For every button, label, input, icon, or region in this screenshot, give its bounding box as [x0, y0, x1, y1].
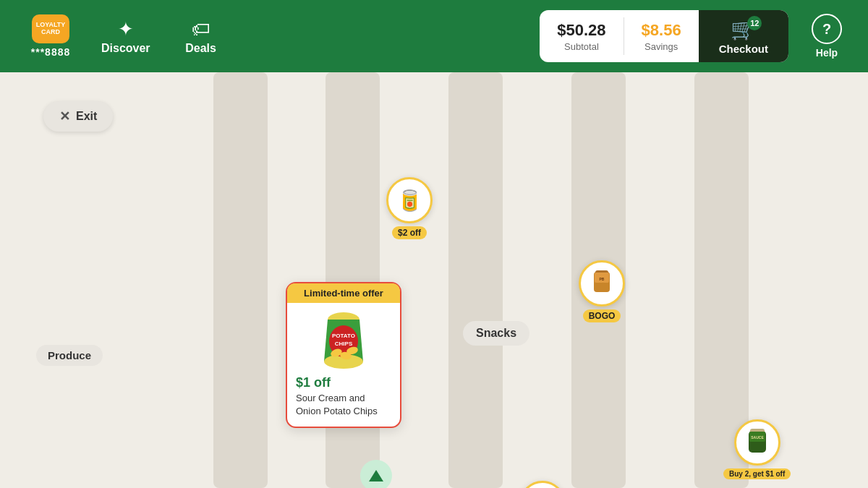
help-label: Help — [816, 47, 838, 59]
loyalty-card-number: ***8888 — [31, 46, 71, 58]
deal-pin-2-circle: PB — [579, 260, 625, 307]
exit-icon: ✕ — [59, 108, 70, 124]
featured-name: Sour Cream and Onion Potato Chips — [287, 392, 400, 427]
discover-icon: ✦ — [118, 18, 134, 40]
savings-amount: $8.56 — [642, 21, 681, 40]
featured-price: $1 off — [287, 375, 400, 392]
loyalty-card-button[interactable]: LOYALTYCARD ***8888 — [14, 14, 87, 58]
cart-badge: 12 — [747, 16, 762, 30]
help-icon: ? — [812, 14, 842, 44]
deal-pin-2-product: PB — [584, 265, 620, 301]
deal-pin-2[interactable]: PB BOGO — [579, 260, 625, 322]
deal-pin-1[interactable]: 🥫 $2 off — [386, 177, 433, 239]
svg-text:PB: PB — [600, 277, 605, 281]
navigation-dot[interactable] — [360, 460, 392, 488]
deal-pin-1-circle: 🥫 — [386, 177, 433, 223]
deal-pin-4-label: Buy 2, get $1 off — [723, 468, 791, 479]
deals-nav[interactable]: 🏷 Deals — [165, 18, 237, 55]
featured-badge: Limited-time offer — [287, 283, 400, 303]
deal-pin-1-product: 🥫 — [391, 182, 427, 218]
discover-label: Discover — [101, 42, 150, 55]
svg-text:POTATO: POTATO — [332, 333, 355, 339]
deal-pin-4-product: SAUCE — [739, 424, 775, 461]
featured-card[interactable]: Limited-time offer POTATO CHIPS — [286, 282, 401, 428]
cart-section: $50.28 Subtotal $8.56 Savings 🛒 12 Check… — [540, 10, 788, 62]
deal-pin-2-label: BOGO — [583, 309, 621, 322]
deal-pin-3-circle: JAM — [519, 481, 566, 488]
app-header: LOYALTYCARD ***8888 ✦ Discover 🏷 Deals $… — [0, 0, 868, 72]
exit-label: Exit — [76, 110, 97, 123]
featured-product-image: POTATO CHIPS — [315, 312, 373, 369]
deal-pin-4-circle: SAUCE — [734, 419, 780, 466]
svg-text:CHIPS: CHIPS — [335, 341, 353, 347]
loyalty-card-icon: LOYALTYCARD — [32, 14, 69, 43]
checkout-label: Checkout — [719, 43, 768, 55]
checkout-button[interactable]: 🛒 12 Checkout — [699, 10, 788, 62]
deal-pin-4[interactable]: SAUCE Buy 2, get $1 off — [723, 419, 791, 479]
help-button[interactable]: ? Help — [800, 14, 854, 59]
checkout-cart-wrapper: 🛒 12 — [731, 17, 756, 41]
subtotal-amount: $50.28 — [557, 21, 605, 40]
savings-label: Savings — [644, 41, 678, 52]
discover-nav[interactable]: ✦ Discover — [87, 18, 165, 55]
featured-img-area: POTATO CHIPS — [287, 303, 400, 375]
exit-button[interactable]: ✕ Exit — [43, 101, 113, 132]
savings-box: $8.56 Savings — [624, 10, 699, 62]
nav-arrow-icon — [369, 470, 383, 481]
aisle-3 — [448, 72, 503, 488]
deals-icon: 🏷 — [192, 18, 210, 40]
produce-area-label: Produce — [36, 345, 103, 366]
store-map: ✕ Exit Produce Snacks 🥫 $2 off Limited-t… — [0, 72, 868, 488]
deal-pin-1-label: $2 off — [392, 226, 427, 239]
svg-text:SAUCE: SAUCE — [751, 435, 764, 440]
snacks-area-label: Snacks — [463, 321, 529, 346]
deals-label: Deals — [185, 42, 216, 55]
aisle-1 — [213, 72, 268, 488]
subtotal-box: $50.28 Subtotal — [540, 10, 623, 62]
subtotal-label: Subtotal — [564, 41, 599, 52]
deal-pin-3[interactable]: JAM $1 off — [519, 481, 566, 488]
